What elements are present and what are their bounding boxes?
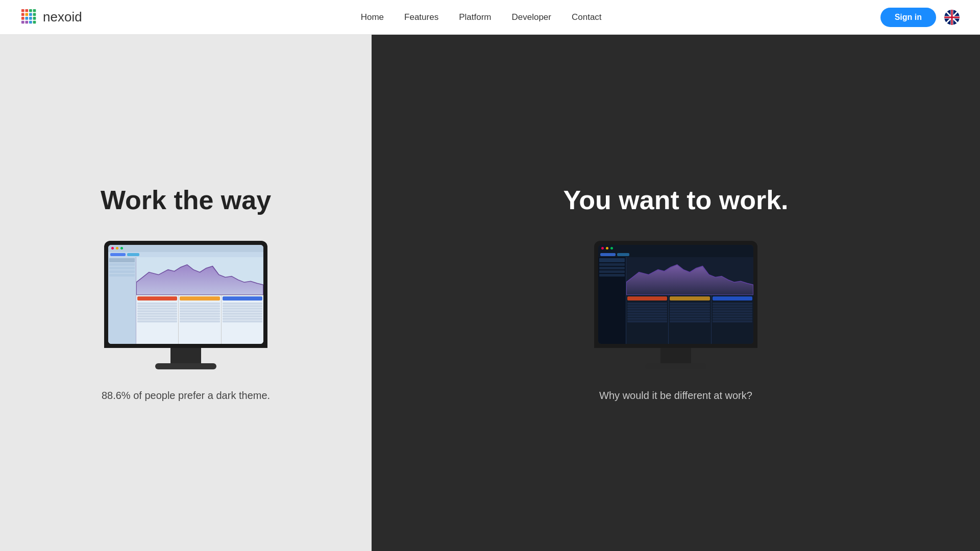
monitor-screen-light: [108, 245, 263, 344]
svg-rect-6: [29, 13, 32, 16]
minimize-dot: [116, 247, 118, 249]
right-heading: You want to work.: [563, 185, 788, 215]
maximize-dot-dark: [610, 247, 613, 249]
svg-rect-5: [25, 13, 28, 16]
svg-rect-11: [33, 17, 36, 20]
content-area-light: [108, 257, 263, 344]
light-monitor: [104, 241, 267, 369]
svg-rect-1: [25, 9, 28, 12]
monitor-neck-dark: [660, 348, 691, 363]
panel-dark: You want to work.: [372, 35, 980, 551]
svg-rect-4: [21, 13, 24, 16]
svg-rect-8: [21, 17, 24, 20]
navbar: nexoid Home Features Platform Developer …: [0, 0, 980, 35]
logo-icon: [20, 8, 39, 27]
main-area-light: [136, 257, 263, 344]
close-dot-dark: [601, 247, 604, 249]
nav-platform[interactable]: Platform: [459, 12, 491, 22]
list-col-dark-3: [712, 295, 753, 344]
window-top-bar: [108, 245, 263, 252]
list-col-dark-2: [669, 295, 711, 344]
main-area-dark: [626, 257, 753, 344]
svg-rect-3: [33, 9, 36, 12]
svg-rect-2: [29, 9, 32, 12]
list-area-dark: [626, 295, 753, 344]
dark-monitor: [594, 241, 757, 369]
nav-right: Sign in: [880, 8, 960, 27]
list-col-3: [222, 295, 263, 344]
svg-rect-15: [33, 20, 36, 23]
svg-rect-12: [21, 20, 24, 23]
svg-rect-9: [25, 17, 28, 20]
svg-rect-10: [29, 17, 32, 20]
svg-marker-25: [626, 264, 753, 294]
nav-features[interactable]: Features: [404, 12, 438, 22]
chart-area-light: [136, 257, 263, 295]
monitor-base-light: [155, 363, 216, 369]
list-area-light: [136, 295, 263, 344]
screen-dark-theme: [598, 245, 753, 344]
logo-link[interactable]: nexoid: [20, 8, 82, 27]
left-heading: Work the way: [101, 185, 271, 215]
nav-contact[interactable]: Contact: [572, 12, 602, 22]
monitor-screen-dark: [598, 245, 753, 344]
nav-home[interactable]: Home: [361, 12, 384, 22]
nav-developer[interactable]: Developer: [511, 12, 551, 22]
close-dot: [111, 247, 114, 249]
chart-area-dark: [626, 257, 753, 295]
main-content: Work the way: [0, 0, 980, 551]
monitor-base-dark: [645, 363, 706, 369]
content-area-dark: [598, 257, 753, 344]
monitor-body-light: [104, 241, 267, 348]
window-top-bar-dark: [598, 245, 753, 252]
language-selector[interactable]: [944, 10, 960, 25]
screen-light-theme: [108, 245, 263, 344]
toolbar-dark: [598, 252, 753, 257]
svg-rect-0: [21, 9, 24, 12]
svg-rect-13: [25, 20, 28, 23]
list-col-2: [179, 295, 221, 344]
svg-rect-7: [33, 13, 36, 16]
maximize-dot: [120, 247, 123, 249]
sidebar-light: [108, 257, 136, 344]
list-col-1: [136, 295, 179, 344]
signin-button[interactable]: Sign in: [880, 8, 936, 27]
svg-marker-24: [136, 264, 263, 294]
panel-light: Work the way: [0, 35, 372, 551]
sidebar-dark: [598, 257, 626, 344]
right-subtext: Why would it be different at work?: [599, 390, 752, 402]
monitor-body-dark: [594, 241, 757, 348]
monitor-neck-light: [170, 348, 201, 363]
nav-menu: Home Features Platform Developer Contact: [361, 12, 602, 22]
toolbar-light: [108, 252, 263, 257]
left-subtext: 88.6% of people prefer a dark theme.: [102, 390, 270, 402]
logo-text: nexoid: [43, 9, 82, 25]
list-col-dark-1: [626, 295, 669, 344]
minimize-dot-dark: [606, 247, 608, 249]
svg-rect-14: [29, 20, 32, 23]
